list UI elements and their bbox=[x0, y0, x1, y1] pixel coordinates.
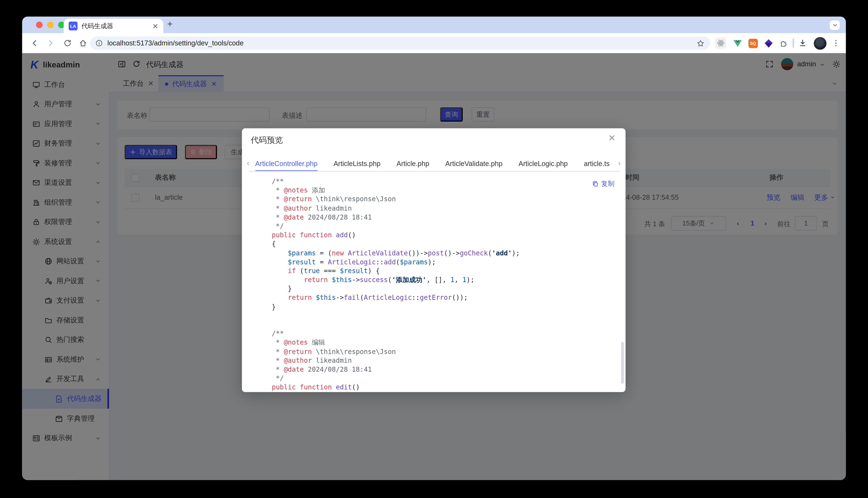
page-viewport: K likeadmin 工作台用户管理应用管理财务管理装修管理渠道设置组织管理权… bbox=[22, 53, 846, 480]
file-tab-ArticleValidate.php[interactable]: ArticleValidate.php bbox=[445, 156, 502, 172]
code-line: /** bbox=[272, 329, 620, 338]
browser-menu-kebab-icon[interactable] bbox=[830, 38, 842, 49]
sq-extension-icon[interactable]: SQ bbox=[747, 38, 758, 49]
browser-tab-title: 代码生成器 bbox=[81, 22, 152, 30]
code-line: * @date 2024/08/28 18:41 bbox=[272, 365, 620, 374]
code-line: * @author likeadmin bbox=[272, 204, 620, 213]
file-tab-ArticleLists.php[interactable]: ArticleLists.php bbox=[334, 156, 381, 172]
vue-devtools-icon[interactable] bbox=[732, 38, 743, 49]
code-line: $params = (new ArticleValidate())->post(… bbox=[272, 249, 620, 258]
downloads-icon[interactable] bbox=[797, 38, 808, 49]
code-line: } bbox=[272, 285, 620, 293]
react-devtools-icon[interactable] bbox=[715, 38, 726, 49]
favicon: LA bbox=[68, 22, 77, 30]
code-line: * @notes 添加 bbox=[272, 186, 620, 195]
file-tab-ArticleController.php[interactable]: ArticleController.php bbox=[255, 156, 318, 172]
browser-tab-strip: LA 代码生成器 ✕ + bbox=[22, 17, 846, 33]
code-line: return $this->fail(ArticleLogic::getErro… bbox=[272, 293, 620, 302]
address-bar[interactable]: localhost:5173/admin/setting/dev_tools/c… bbox=[90, 37, 710, 50]
code-line bbox=[272, 311, 620, 320]
extensions-puzzle-icon[interactable] bbox=[778, 38, 789, 49]
new-tab-button[interactable]: + bbox=[167, 19, 173, 30]
modal-title: 代码预览 bbox=[251, 135, 283, 145]
browser-window: LA 代码生成器 ✕ + localhost:5173/admin/settin… bbox=[22, 17, 846, 480]
code-line: * @author likeadmin bbox=[272, 356, 620, 365]
site-info-icon[interactable] bbox=[95, 39, 103, 47]
code-line: */ bbox=[272, 222, 620, 231]
code-line bbox=[272, 320, 620, 329]
code-scrollbar-thumb[interactable] bbox=[621, 342, 624, 384]
code-line: if (true === $result) { bbox=[272, 266, 620, 275]
back-icon[interactable] bbox=[30, 39, 39, 47]
code-line: public function add() bbox=[272, 231, 620, 240]
code-line: { bbox=[272, 240, 620, 249]
forward-icon[interactable] bbox=[47, 39, 55, 47]
tabs-scroll-left-icon[interactable]: ‹ bbox=[247, 159, 249, 167]
browser-profile-avatar[interactable] bbox=[814, 37, 827, 50]
modal-close-icon[interactable]: ✕ bbox=[608, 134, 615, 143]
file-tabs: ArticleController.phpArticleLists.phpArt… bbox=[255, 156, 610, 172]
code-line: /** bbox=[272, 177, 620, 186]
code-line: return $this->success('添加成功', [], 1, 1); bbox=[272, 275, 620, 285]
browser-toolbar: localhost:5173/admin/setting/dev_tools/c… bbox=[22, 33, 846, 54]
macos-close-button[interactable] bbox=[36, 22, 42, 28]
code-line: * @notes 编辑 bbox=[272, 338, 620, 347]
bookmark-star-icon[interactable] bbox=[697, 39, 705, 47]
desktop: LA 代码生成器 ✕ + localhost:5173/admin/settin… bbox=[0, 0, 868, 498]
code-view[interactable]: /** * @notes 添加 * @return \think\respons… bbox=[272, 177, 620, 392]
code-line: * @return \think\response\Json bbox=[272, 347, 620, 356]
browser-tab[interactable]: LA 代码生成器 ✕ bbox=[64, 19, 163, 33]
file-tabs-track bbox=[248, 171, 620, 172]
home-icon[interactable] bbox=[79, 39, 87, 47]
macos-minimize-button[interactable] bbox=[47, 22, 54, 28]
code-preview-modal: 代码预览 ✕ ‹ › ArticleController.phpArticleL… bbox=[242, 128, 626, 392]
code-line: * @return \think\response\Json bbox=[272, 195, 620, 204]
file-tab-article.ts[interactable]: article.ts bbox=[584, 156, 610, 172]
tab-close-icon[interactable]: ✕ bbox=[152, 23, 158, 30]
file-tab-ArticleLogic.php[interactable]: ArticleLogic.php bbox=[519, 156, 568, 172]
tab-search-chevron-icon[interactable] bbox=[830, 21, 840, 30]
file-tab-Article.php[interactable]: Article.php bbox=[397, 156, 429, 172]
code-line: */ bbox=[272, 374, 620, 383]
code-line: $result = ArticleLogic::add($params); bbox=[272, 258, 620, 266]
diamond-extension-icon[interactable] bbox=[763, 38, 774, 49]
tabs-scroll-right-icon[interactable]: › bbox=[618, 159, 621, 167]
code-line: } bbox=[272, 302, 620, 311]
code-line: * @date 2024/08/28 18:41 bbox=[272, 213, 620, 222]
reload-icon[interactable] bbox=[63, 39, 72, 47]
toolbar-divider bbox=[793, 39, 794, 47]
url-text[interactable]: localhost:5173/admin/setting/dev_tools/c… bbox=[107, 39, 244, 47]
code-line: public function edit() bbox=[272, 383, 620, 392]
